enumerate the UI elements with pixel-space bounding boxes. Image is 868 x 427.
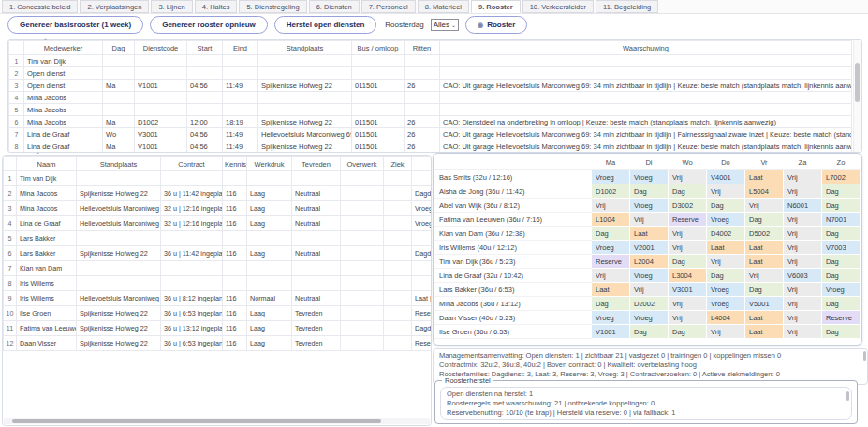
scrollbar-thumb[interactable] [12, 419, 381, 423]
shift-cell[interactable]: Vroeg [630, 311, 669, 325]
assignment-row[interactable]: 1Tim van Dijk [9, 55, 852, 67]
shift-cell[interactable]: V5001 [745, 297, 784, 311]
shift-cell[interactable]: Dag [669, 325, 707, 339]
rooster-view-button[interactable]: ◉Rooster [465, 16, 527, 34]
shift-cell[interactable]: N6001 [784, 199, 822, 213]
staff-row[interactable]: 9Iris WillemsHellevoetsluis Marconiweg 6… [4, 291, 433, 306]
shift-cell[interactable]: V4001 [707, 170, 745, 184]
shift-cell[interactable]: Laat [592, 283, 630, 297]
tab-materieel[interactable]: 8. Materieel [418, 0, 469, 13]
staff-row[interactable]: 2Mina JacobsSpijkenisse Hofweg 2236 u | … [4, 186, 433, 201]
shift-cell[interactable]: Vrij [745, 269, 784, 283]
tab-dienstregeling[interactable]: 5. Dienstregeling [239, 0, 306, 13]
shift-cell[interactable]: Vroeg [592, 170, 630, 184]
tab-diensten[interactable]: 6. Diensten [309, 0, 360, 13]
assignment-row[interactable]: 8Lina de GraafMaV100104:5611:49Spijkenis… [9, 140, 852, 153]
shift-cell[interactable]: Vrij [784, 213, 822, 227]
shift-cell[interactable]: Laat [745, 241, 784, 255]
staff-row[interactable]: 1Tim van Dijk [4, 171, 433, 186]
tab-verkeersleider[interactable]: 10. Verkeersleider [522, 0, 594, 13]
shift-cell[interactable]: Dag [707, 199, 745, 213]
shift-cell[interactable]: Vroeg [592, 311, 630, 325]
shift-cell[interactable]: L5004 [745, 184, 784, 199]
restore-open-shifts-button[interactable]: Herstel open diensten [274, 16, 377, 34]
shift-cell[interactable]: Vrij [784, 297, 822, 311]
shift-cell[interactable]: V2001 [630, 241, 669, 255]
shift-cell[interactable]: Laat [745, 311, 784, 325]
shift-cell[interactable]: Vrij [592, 199, 630, 213]
shift-cell[interactable]: Vrij [784, 311, 822, 325]
assignment-row[interactable]: 2Open dienst [9, 67, 852, 80]
shift-cell[interactable]: Laat [745, 255, 784, 269]
shift-cell[interactable]: Vrij [669, 311, 707, 325]
shift-cell[interactable]: Vroeg [592, 241, 630, 255]
shift-cell[interactable]: Vrij [592, 269, 630, 283]
shift-cell[interactable]: Vrij [784, 283, 822, 297]
shift-cell[interactable]: Dag [745, 283, 784, 297]
shift-cell[interactable]: Laat [745, 170, 784, 184]
generate-base-roster-button[interactable]: Genereer basisrooster (1 week) [7, 16, 143, 34]
shift-cell[interactable]: Reserve [822, 311, 861, 325]
shift-cell[interactable]: Vrij [745, 199, 784, 213]
shift-cell[interactable]: Vroeg [707, 213, 745, 227]
shift-cell[interactable]: D2002 [630, 297, 669, 311]
shift-cell[interactable]: Dag [822, 199, 861, 213]
shift-cell[interactable]: V1001 [592, 325, 630, 339]
roosterdag-select[interactable]: Alles⌄ [431, 19, 459, 31]
shift-cell[interactable]: Laat [707, 241, 745, 255]
shift-cell[interactable]: D3002 [669, 199, 707, 213]
staff-row[interactable]: 7Kian van Dam [4, 261, 433, 276]
staff-horizontal-scrollbar[interactable] [4, 418, 430, 424]
shift-cell[interactable]: Vrij [669, 297, 707, 311]
tab-rooster[interactable]: 9. Rooster [471, 0, 521, 13]
tab-verplaatsingen[interactable]: 2. Verplaatsingen [80, 0, 149, 13]
shift-cell[interactable]: Vrij [707, 184, 745, 199]
shift-cell[interactable]: D5002 [745, 227, 784, 241]
shift-cell[interactable]: Laat [745, 325, 784, 339]
tab-lijnen[interactable]: 3. Lijnen [151, 0, 192, 13]
shift-cell[interactable]: Vroeg [630, 269, 669, 283]
shift-cell[interactable]: Dag [822, 227, 861, 241]
shift-cell[interactable]: Vrij [630, 213, 669, 227]
shift-cell[interactable]: Vrij [707, 255, 745, 269]
shift-cell[interactable]: Vrij [784, 184, 822, 199]
shift-cell[interactable]: V7003 [822, 241, 861, 255]
shift-cell[interactable]: L3004 [669, 269, 707, 283]
assignment-row[interactable]: 6Mina JacobsMaD100212:0018:19Spijkenisse… [9, 116, 852, 128]
shift-cell[interactable]: L7002 [822, 170, 861, 184]
staff-row[interactable]: 10Ilse GroenSpijkenisse Hofweg 2236 u | … [4, 306, 433, 321]
shift-cell[interactable]: Vroeg [707, 297, 745, 311]
staff-row[interactable]: 5Lars Bakker [4, 231, 433, 246]
tab-concessie-beleid[interactable]: 1. Concessie beleid [2, 0, 78, 13]
staff-row[interactable]: 3Mina JacobsHellevoetsluis Marconiweg 69… [4, 201, 433, 216]
staff-row[interactable]: 4Lina de GraafHellevoetsluis Marconiweg … [4, 216, 433, 231]
tab-begeleiding[interactable]: 11. Begeleiding [596, 0, 658, 13]
shift-cell[interactable]: Dag [822, 325, 861, 339]
shift-cell[interactable]: L4004 [707, 311, 745, 325]
assignment-row[interactable]: 4Mina Jacobs [9, 92, 852, 104]
scrollbar-thumb[interactable] [855, 63, 860, 102]
shift-cell[interactable]: Vroeg [630, 199, 669, 213]
shift-cell[interactable]: Vroeg [822, 283, 861, 297]
assignments-vertical-scrollbar[interactable] [853, 40, 861, 152]
shift-cell[interactable]: V6003 [784, 269, 822, 283]
tab-personeel[interactable]: 7. Personeel [361, 0, 416, 13]
regenerate-roster-button[interactable]: Genereer rooster opnieuw [150, 16, 268, 34]
shift-cell[interactable]: L1004 [592, 213, 630, 227]
shift-cell[interactable]: Reserve [669, 213, 707, 227]
shift-cell[interactable]: Dag [707, 269, 745, 283]
shift-cell[interactable]: Vrij [707, 325, 745, 339]
repair-scrollbar[interactable] [846, 391, 849, 401]
staff-row[interactable]: 8Iris Willems [4, 276, 433, 291]
shift-cell[interactable]: Dag [822, 184, 861, 199]
shift-cell[interactable]: Vrij [669, 170, 707, 184]
shift-cell[interactable]: Vrij [669, 241, 707, 255]
shift-cell[interactable]: Dag [822, 255, 861, 269]
shift-cell[interactable]: D1002 [592, 184, 630, 199]
shift-cell[interactable]: Dag [669, 184, 707, 199]
shift-cell[interactable]: Vroeg [707, 283, 745, 297]
assignment-row[interactable]: 5Mina Jacobs [9, 104, 852, 116]
staff-row[interactable]: 11Fatima van LeeuwenSpijkenisse Hofweg 2… [4, 321, 433, 336]
shift-cell[interactable]: Reserve [592, 255, 630, 269]
shift-cell[interactable]: Dag [630, 184, 669, 199]
